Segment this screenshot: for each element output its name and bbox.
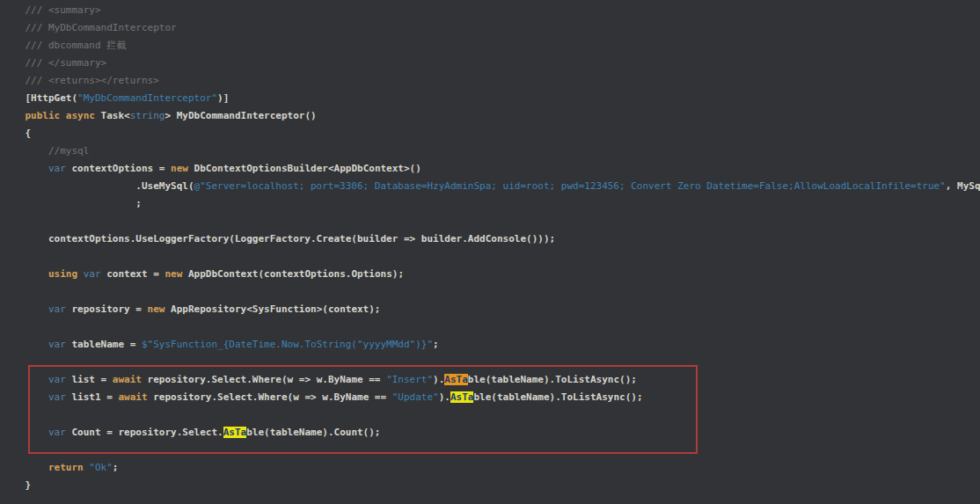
code-token: AppRepository<SysFunction>(context); — [165, 303, 380, 315]
code-token: var — [48, 374, 66, 385]
code-token: var — [48, 163, 66, 174]
code-token: /// dbcommand 拦截 — [2, 40, 126, 51]
code-token: using — [48, 268, 77, 280]
code-token: var — [48, 339, 66, 350]
code-token: > MyDbCommandInterceptor() — [165, 110, 316, 121]
code-token: var — [84, 268, 101, 280]
code-line: var contextOptions = new DbContextOption… — [2, 160, 980, 178]
code-token: ; — [433, 339, 439, 350]
code-token: )] — [217, 92, 229, 104]
code-token: repository.Select.Where(w => w.ByName == — [148, 391, 392, 403]
code-token: list = — [66, 374, 113, 385]
code-token: public async — [26, 110, 101, 121]
code-token: /// MyDbCommandInterceptor — [2, 22, 177, 33]
code-token: /// </summary> — [2, 57, 106, 69]
code-line — [2, 442, 980, 459]
code-token — [77, 268, 84, 280]
find-match-highlight: AsTa — [223, 427, 247, 438]
code-token: tableName = — [66, 339, 142, 350]
code-line: /// MyDbCommandInterceptor — [2, 19, 980, 37]
code-token: var — [48, 303, 66, 315]
code-token: AppDbContext(contextOptions.Options); — [182, 268, 404, 280]
code-token: , MySql — [946, 180, 980, 192]
code-line — [2, 318, 980, 336]
code-token — [2, 110, 26, 121]
code-line: ; — [2, 195, 980, 213]
code-line: var list1 = await repository.Select.Wher… — [2, 389, 980, 406]
code-token — [2, 303, 48, 315]
code-token: contextOptions = — [66, 163, 171, 174]
code-line: [HttpGet("MyDbCommandInterceptor")] — [2, 90, 980, 107]
code-token: var — [48, 427, 66, 438]
code-line: var list = await repository.Select.Where… — [2, 371, 980, 389]
code-token: return — [48, 462, 84, 473]
code-line: /// </summary> — [2, 55, 980, 72]
code-token: [HttpGet( — [2, 92, 77, 104]
code-line: .UseMySql(@"Server=localhost; port=3306;… — [2, 178, 980, 195]
code-token: await — [113, 374, 142, 385]
find-match-current-highlight: AsTa — [444, 374, 468, 385]
code-token: list1 = — [66, 391, 119, 403]
code-line — [2, 406, 980, 424]
code-token: } — [2, 479, 31, 491]
code-token: "Ok" — [89, 462, 113, 473]
code-token: ; — [113, 462, 119, 473]
code-token — [2, 163, 48, 174]
code-token: new — [148, 303, 165, 315]
code-line: } — [2, 477, 980, 494]
code-line: var repository = new AppRepository<SysFu… — [2, 301, 980, 318]
code-token: ble(tableName).ToListAsync(); — [473, 391, 642, 403]
code-line: using var context = new AppDbContext(con… — [2, 266, 980, 283]
code-line: var Count = repository.Select.AsTable(ta… — [2, 424, 980, 442]
code-token — [2, 391, 48, 403]
code-line: /// <summary> — [2, 2, 980, 19]
code-line: /// dbcommand 拦截 — [2, 37, 980, 55]
code-line: contextOptions.UseLoggerFactory(LoggerFa… — [2, 230, 980, 248]
code-line: { — [2, 125, 980, 142]
code-token: ble(tableName).Count(); — [246, 427, 380, 438]
code-token: var — [48, 391, 66, 403]
code-token — [2, 268, 48, 280]
code-token: "MyDbCommandInterceptor" — [77, 92, 217, 104]
code-line: var tableName = $"SysFunction_{DateTime.… — [2, 336, 980, 354]
code-token: @"Server=localhost; port=3306; Database=… — [194, 180, 946, 192]
code-token: "Update" — [392, 391, 439, 403]
code-line — [2, 354, 980, 371]
code-token: .UseMySql( — [2, 180, 194, 192]
find-match-highlight: AsTa — [450, 391, 474, 403]
code-token: { — [2, 128, 31, 139]
code-line: /// <returns></returns> — [2, 72, 980, 90]
code-token: new — [171, 163, 188, 174]
code-line — [2, 283, 980, 301]
code-line — [2, 248, 980, 266]
code-token — [2, 374, 48, 385]
code-token: context = — [101, 268, 165, 280]
code-token: DbContextOptionsBuilder<AppDbContext>() — [188, 163, 421, 174]
code-token: Task< — [101, 110, 130, 121]
code-token: "Insert" — [386, 374, 433, 385]
code-token: ; — [2, 198, 142, 209]
code-token: contextOptions.UseLoggerFactory(LoggerFa… — [2, 233, 555, 245]
code-editor[interactable]: /// <summary> /// MyDbCommandInterceptor… — [0, 0, 980, 504]
code-line: //mysql — [2, 142, 980, 160]
code-token: new — [165, 268, 182, 280]
code-token — [2, 462, 48, 473]
code-token: repository.Select.Where(w => w.ByName == — [142, 374, 386, 385]
code-line: return "Ok"; — [2, 459, 980, 477]
code-token: ble(tableName).ToListAsync(); — [468, 374, 637, 385]
code-line: public async Task<string> MyDbCommandInt… — [2, 107, 980, 125]
code-token — [2, 339, 48, 350]
code-token: repository = — [66, 303, 148, 315]
code-token: Count = repository.Select. — [66, 427, 223, 438]
code-token: await — [118, 391, 147, 403]
code-token — [2, 427, 48, 438]
code-lines-container: /// <summary> /// MyDbCommandInterceptor… — [2, 2, 980, 494]
code-token: ). — [439, 391, 450, 403]
code-token: string — [130, 110, 165, 121]
code-token: /// <summary> — [2, 4, 101, 16]
code-line — [2, 213, 980, 230]
code-token: //mysql — [2, 145, 89, 157]
code-token: $"SysFunction_{DateTime.Now.ToString("yy… — [142, 339, 433, 350]
code-token: /// <returns></returns> — [2, 75, 159, 86]
code-token: ). — [433, 374, 444, 385]
